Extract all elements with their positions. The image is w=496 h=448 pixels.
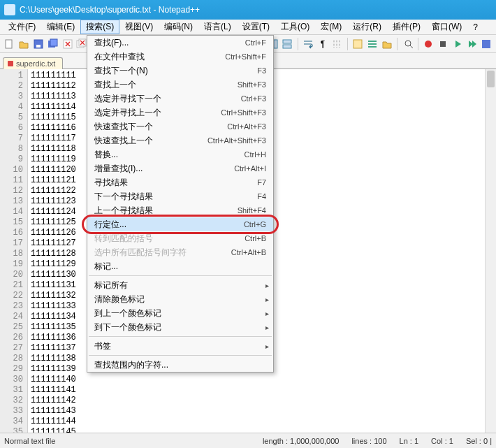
- menu-item[interactable]: 查找(F)...Ctrl+F: [87, 36, 273, 50]
- menu-item-label: 查找(F)...: [94, 37, 245, 49]
- status-col: Col : 1: [431, 437, 453, 445]
- menu-separator: [89, 355, 272, 356]
- menu-窗口w[interactable]: 窗口(W): [426, 20, 467, 34]
- play-macro-icon[interactable]: [451, 37, 465, 51]
- menu-item[interactable]: 查找范围内的字符...: [87, 358, 273, 372]
- menu-宏m[interactable]: 宏(M): [315, 20, 347, 34]
- menu-item-shortcut: Shift+F4: [238, 206, 266, 215]
- menu-item-label: 选定并寻找下一个: [94, 93, 241, 105]
- menu-item-label: 查找范围内的字符...: [94, 359, 266, 371]
- menu-item: 转到匹配的括号Ctrl+B: [87, 231, 273, 245]
- menu-item[interactable]: 增量查找(I)...Ctrl+Alt+I: [87, 161, 273, 175]
- menu-item-shortcut: Ctrl+B: [245, 234, 266, 243]
- lang-icon[interactable]: [351, 37, 365, 51]
- toolbar-sep: [418, 38, 418, 50]
- menu-item[interactable]: 寻找结果F7: [87, 175, 273, 189]
- menu-item-shortcut: Ctrl+Shift+F: [225, 52, 266, 61]
- menu-item[interactable]: 选定并寻找下一个Ctrl+F3: [87, 92, 273, 106]
- menu-视图v[interactable]: 视图(V): [119, 20, 159, 34]
- menu-item-shortcut: F4: [257, 192, 266, 201]
- menu-item-shortcut: Ctrl+F: [245, 38, 266, 47]
- svg-rect-0: [6, 40, 12, 48]
- sync-h-icon[interactable]: [281, 37, 294, 51]
- menu-搜索s[interactable]: 搜索(S): [80, 20, 119, 34]
- menu-文件f[interactable]: 文件(F): [3, 20, 41, 34]
- record-macro-icon[interactable]: [422, 37, 435, 51]
- menu-item-label: 替换...: [94, 149, 245, 161]
- folder-icon[interactable]: [381, 37, 394, 51]
- menu-运行r[interactable]: 运行(R): [347, 20, 387, 34]
- menu-item-shortcut: Ctrl+F3: [241, 94, 266, 103]
- menu-item-label: 清除颜色标记: [94, 294, 266, 305]
- svg-rect-22: [274, 40, 277, 48]
- stop-macro-icon[interactable]: [437, 37, 450, 51]
- monitor-icon[interactable]: [401, 37, 414, 51]
- menu-item-label: 快速查找下一个: [94, 121, 227, 133]
- menu-separator: [89, 336, 272, 337]
- vertical-scrollbar[interactable]: [485, 69, 496, 433]
- save-all-icon[interactable]: [46, 37, 59, 51]
- svg-point-30: [425, 41, 432, 48]
- func-list-icon[interactable]: [366, 37, 379, 51]
- menu-item[interactable]: 快速查找上一个Ctrl+Alt+Shift+F3: [87, 133, 273, 147]
- open-file-icon[interactable]: [17, 37, 31, 51]
- file-tab[interactable]: superdic.txt: [3, 57, 63, 69]
- menu-item[interactable]: 快速查找下一个Ctrl+Alt+F3: [87, 120, 273, 133]
- submenu-arrow-icon: ▸: [265, 296, 269, 303]
- menu-?[interactable]: ?: [467, 21, 483, 34]
- scrollbar-thumb[interactable]: [487, 71, 495, 87]
- indent-guide-icon[interactable]: [330, 37, 344, 51]
- menu-item[interactable]: 到下一个颜色标记▸: [87, 320, 273, 334]
- search-menu-dropdown: 查找(F)...Ctrl+F在文件中查找Ctrl+Shift+F查找下一个(N)…: [87, 35, 274, 373]
- menu-item[interactable]: 选定并寻找上一个Ctrl+Shift+F3: [87, 106, 273, 120]
- menu-item[interactable]: 查找上一个Shift+F3: [87, 78, 273, 92]
- save-macro-icon[interactable]: [480, 37, 493, 51]
- menu-item-label: 选定并寻找上一个: [94, 107, 221, 119]
- menu-item-label: 行定位...: [94, 219, 244, 231]
- menu-item-shortcut: Ctrl+H: [245, 150, 266, 159]
- tab-label: superdic.txt: [16, 59, 55, 68]
- menu-item[interactable]: 标记...: [87, 259, 273, 273]
- new-file-icon[interactable]: [3, 37, 16, 51]
- status-lines: lines : 100: [351, 437, 386, 445]
- menu-item[interactable]: 到上一个颜色标记▸: [87, 306, 273, 320]
- save-icon[interactable]: [32, 37, 45, 51]
- menu-item-shortcut: Ctrl+Alt+I: [234, 164, 266, 173]
- close-icon[interactable]: [61, 37, 74, 51]
- menu-item-label: 上一个寻找结果: [94, 205, 238, 217]
- menu-item-shortcut: Shift+F3: [238, 80, 266, 89]
- app-icon: [4, 4, 15, 15]
- menu-item[interactable]: 书签▸: [87, 339, 273, 353]
- menu-item[interactable]: 行定位...Ctrl+G: [87, 217, 273, 231]
- wrap-icon[interactable]: [302, 37, 315, 51]
- toolbar-sep: [298, 38, 298, 50]
- status-length: length : 1,000,000,000: [263, 437, 339, 445]
- code-line: 111111144: [31, 417, 493, 427]
- menu-separator: [89, 275, 272, 276]
- submenu-arrow-icon: ▸: [265, 282, 269, 289]
- menu-item[interactable]: 清除颜色标记▸: [87, 292, 273, 306]
- svg-rect-26: [368, 41, 377, 42]
- menu-item-label: 到下一个颜色标记: [94, 321, 266, 333]
- status-filetype: Normal text file: [4, 437, 55, 445]
- svg-rect-23: [283, 40, 291, 43]
- show-chars-icon[interactable]: ¶: [316, 37, 329, 51]
- menu-编辑e[interactable]: 编辑(E): [41, 20, 80, 34]
- menu-工具o[interactable]: 工具(O): [275, 20, 315, 34]
- svg-rect-32: [482, 40, 490, 48]
- svg-rect-28: [368, 46, 377, 48]
- menu-item-label: 查找下一个(N): [94, 65, 257, 77]
- play-multi-icon[interactable]: [465, 37, 479, 51]
- menu-item[interactable]: 查找下一个(N)F3: [87, 64, 273, 78]
- menu-item[interactable]: 下一个寻找结果F4: [87, 189, 273, 203]
- status-sel: Sel : 0 |: [466, 437, 492, 445]
- menu-item[interactable]: 替换...Ctrl+H: [87, 147, 273, 161]
- menu-item[interactable]: 在文件中查找Ctrl+Shift+F: [87, 50, 273, 64]
- menu-语言l[interactable]: 语言(L): [198, 20, 237, 34]
- menu-item: 选中所有匹配括号间字符Ctrl+Alt+B: [87, 245, 273, 259]
- menu-item[interactable]: 上一个寻找结果Shift+F4: [87, 203, 273, 217]
- menu-item[interactable]: 标记所有▸: [87, 278, 273, 292]
- menu-插件p[interactable]: 插件(P): [387, 20, 426, 34]
- menu-设置t[interactable]: 设置(T): [237, 20, 275, 34]
- menu-编码n[interactable]: 编码(N): [159, 20, 198, 34]
